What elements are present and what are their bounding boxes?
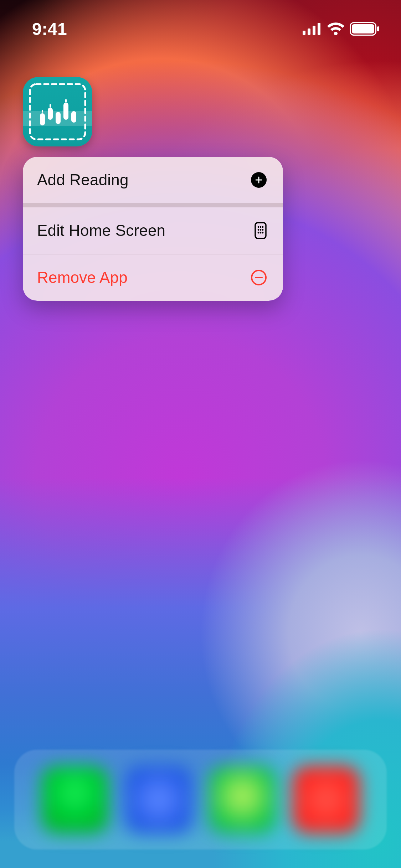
status-bar: 9:41	[0, 0, 401, 47]
dock	[14, 750, 387, 849]
dock-app-3[interactable]	[209, 766, 276, 833]
reading-chart-icon	[23, 77, 92, 146]
svg-point-28	[260, 232, 262, 234]
svg-rect-12	[56, 112, 61, 124]
svg-point-22	[260, 226, 262, 228]
menu-separator	[23, 203, 283, 207]
menu-item-add-reading[interactable]: Add Reading	[23, 157, 283, 203]
svg-point-29	[262, 232, 264, 234]
menu-item-label: Edit Home Screen	[37, 222, 165, 239]
menu-item-label: Add Reading	[37, 171, 129, 189]
status-icons	[303, 11, 380, 36]
svg-rect-0	[303, 31, 305, 35]
dock-app-4[interactable]	[292, 766, 360, 833]
svg-point-23	[262, 226, 264, 228]
menu-item-label: Remove App	[37, 269, 128, 286]
svg-rect-11	[48, 108, 53, 120]
minus-circle-icon	[251, 270, 267, 285]
battery-icon	[350, 22, 380, 36]
plus-circle-icon	[251, 172, 267, 188]
svg-point-24	[258, 229, 259, 231]
svg-rect-1	[308, 29, 310, 35]
svg-rect-6	[377, 26, 379, 31]
svg-rect-5	[352, 24, 374, 33]
apps-grid-icon	[255, 222, 267, 239]
svg-rect-10	[40, 113, 45, 125]
svg-point-27	[258, 232, 259, 234]
svg-rect-14	[71, 111, 76, 123]
svg-point-25	[260, 229, 262, 231]
menu-item-remove-app[interactable]: Remove App	[23, 254, 283, 301]
svg-rect-13	[63, 103, 68, 120]
context-menu: Add Reading Edit Home Screen Re	[23, 157, 283, 301]
home-screen-context: 9:41	[0, 0, 401, 868]
wifi-icon	[327, 22, 345, 35]
dock-app-2[interactable]	[125, 766, 192, 833]
svg-rect-2	[313, 26, 315, 35]
dock-app-1[interactable]	[41, 766, 109, 833]
status-time: 9:41	[32, 9, 67, 39]
menu-item-edit-home-screen[interactable]: Edit Home Screen	[23, 207, 283, 254]
app-icon[interactable]	[23, 77, 92, 146]
svg-rect-3	[318, 23, 320, 35]
svg-point-21	[258, 226, 259, 228]
cellular-icon	[303, 23, 322, 35]
svg-point-26	[262, 229, 264, 231]
